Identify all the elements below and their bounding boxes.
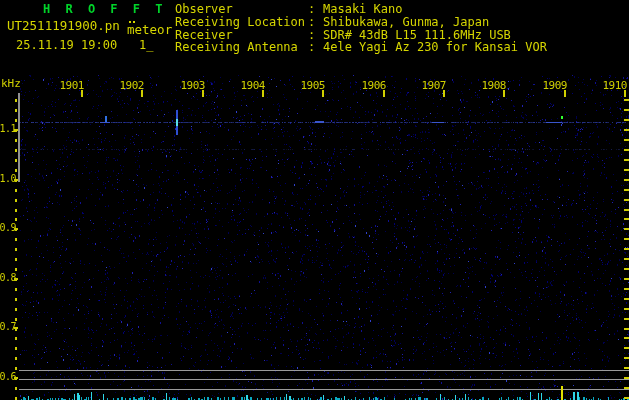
freq-tick-label: 0.7 bbox=[0, 321, 16, 332]
hrofft-output-image: H R O F F T UT2511191900.pn meteor 25.11… bbox=[0, 0, 629, 400]
time-tick-label: 1909 bbox=[537, 79, 567, 92]
freq-tick-label: 1.0 bbox=[0, 173, 16, 184]
field-separator: : bbox=[308, 41, 315, 54]
field-value: Shibukawa, Gunma, Japan bbox=[323, 16, 489, 29]
field-separator: : bbox=[308, 16, 315, 29]
freq-tick-label: 0.8 bbox=[0, 272, 16, 283]
output-filename: UT2511191900.pn bbox=[7, 19, 120, 32]
time-tick-label: 1905 bbox=[295, 79, 325, 92]
freq-tick-label: 1.1 bbox=[0, 123, 16, 134]
app-title: H R O F F T bbox=[43, 2, 166, 16]
freq-tick-label: 0.6 bbox=[0, 371, 16, 382]
time-tick-label: 1904 bbox=[235, 79, 265, 92]
field-label: Receiving Location bbox=[175, 16, 305, 29]
time-tick-label: 1908 bbox=[476, 79, 506, 92]
time-tick-label: 1906 bbox=[356, 79, 386, 92]
time-tick-label: 1903 bbox=[175, 79, 205, 92]
time-tick-label: 1901 bbox=[54, 79, 84, 92]
time-tick-label: 1907 bbox=[416, 79, 446, 92]
count-label: 1_ bbox=[139, 39, 153, 52]
station-label: meteor bbox=[127, 23, 172, 36]
freq-axis-caption: kHz bbox=[1, 77, 21, 90]
datetime-label: 25.11.19 19:00 bbox=[16, 39, 117, 52]
time-tick-label: 1902 bbox=[114, 79, 144, 92]
time-tick-label: 1910 bbox=[597, 79, 627, 92]
field-value: 4ele Yagi Az 230 for Kansai VOR bbox=[323, 41, 547, 54]
spectrogram-canvas bbox=[0, 0, 629, 400]
freq-tick-label: 0.9 bbox=[0, 222, 16, 233]
field-label: Receiving Antenna bbox=[175, 41, 298, 54]
